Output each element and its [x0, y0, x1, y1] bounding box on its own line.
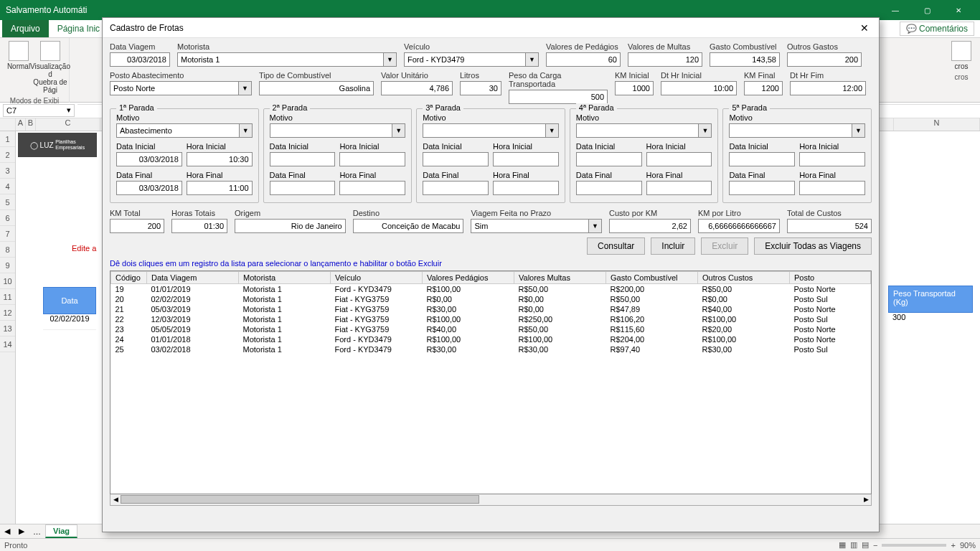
view-page-icon[interactable]: ▥: [850, 540, 857, 550]
parada-data-inicial[interactable]: [116, 152, 182, 166]
column-header[interactable]: Outros Custos: [698, 272, 790, 284]
parada-data-inicial[interactable]: [423, 152, 489, 166]
input-origem[interactable]: [235, 219, 346, 233]
ribbon-macros[interactable]: cros: [948, 41, 974, 70]
combo-motorista[interactable]: ▼: [177, 52, 397, 67]
table-row[interactable]: 2401/01/2018Motorista 1Ford - KYD3479R$1…: [111, 334, 871, 344]
column-header[interactable]: Posto: [790, 272, 871, 284]
zoom-slider[interactable]: [882, 544, 946, 547]
view-break-icon[interactable]: ▤: [862, 540, 869, 550]
chevron-down-icon[interactable]: ▼: [239, 81, 252, 95]
parada-hora-final[interactable]: [646, 181, 712, 195]
row-header[interactable]: 13: [0, 321, 15, 336]
scroll-thumb[interactable]: [121, 495, 479, 504]
parada-data-final[interactable]: [270, 181, 336, 195]
parada-hora-inicial[interactable]: [187, 152, 253, 166]
name-box[interactable]: C7▾: [3, 104, 75, 117]
combo-veiculo[interactable]: ▼: [404, 52, 539, 67]
parada-data-inicial[interactable]: [576, 152, 642, 166]
view-grid-icon[interactable]: ▦: [839, 540, 846, 550]
table-row[interactable]: 2305/05/2019Motorista 1Fiat - KYG3759R$4…: [111, 324, 871, 334]
input-destino[interactable]: [353, 219, 464, 233]
excluir-todas-button[interactable]: Excluir Todas as Viagens: [754, 237, 872, 255]
parada-hora-final[interactable]: [339, 181, 405, 195]
input-outros[interactable]: [787, 52, 862, 67]
chevron-down-icon[interactable]: ▼: [589, 219, 602, 233]
parada-hora-final[interactable]: [187, 181, 253, 195]
column-header[interactable]: Código: [111, 272, 147, 284]
window-close[interactable]: ✕: [943, 0, 974, 20]
tab-file[interactable]: Arquivo: [2, 20, 49, 37]
table-row[interactable]: 2503/02/2018Motorista 1Ford - KYD3479R$3…: [111, 344, 871, 354]
row-header[interactable]: 3: [0, 163, 15, 179]
zoom-value[interactable]: 90%: [960, 541, 976, 550]
input-valor-unitario[interactable]: [381, 81, 453, 95]
col-A[interactable]: A: [16, 118, 26, 131]
column-header[interactable]: Valores Multas: [514, 272, 606, 284]
window-minimize[interactable]: —: [880, 0, 911, 20]
input-km-inicial[interactable]: [615, 81, 654, 95]
close-icon[interactable]: ✕: [857, 22, 872, 34]
input-data-viagem[interactable]: [110, 52, 170, 67]
table-row[interactable]: 2002/02/2019Motorista 1Fiat - KYG3759R$0…: [111, 294, 871, 304]
row-header[interactable]: 7: [0, 226, 15, 242]
parada-data-final[interactable]: [576, 181, 642, 195]
parada-data-inicial[interactable]: [729, 152, 795, 166]
parada-data-final[interactable]: [729, 181, 795, 195]
incluir-button[interactable]: Incluir: [651, 237, 695, 255]
sheet-nav-more[interactable]: …: [29, 527, 45, 536]
input-multas[interactable]: [628, 52, 702, 67]
row-header[interactable]: 12: [0, 305, 15, 321]
zoom-out[interactable]: −: [873, 541, 877, 550]
row-header[interactable]: 2: [0, 147, 15, 163]
col-B[interactable]: B: [26, 118, 36, 131]
parada-motivo[interactable]: [729, 123, 852, 138]
input-tipo-combustivel[interactable]: [259, 81, 374, 95]
parada-hora-inicial[interactable]: [493, 152, 559, 166]
row-header[interactable]: 9: [0, 258, 15, 273]
consultar-button[interactable]: Consultar: [587, 237, 645, 255]
input-litros[interactable]: [460, 81, 501, 95]
column-header[interactable]: Data Viagem: [147, 272, 239, 284]
row-header[interactable]: 14: [0, 336, 15, 352]
input-km-final[interactable]: [744, 81, 783, 95]
row-header[interactable]: 4: [0, 179, 15, 194]
input-combustivel[interactable]: [710, 52, 780, 67]
sheet-nav-next[interactable]: ▶: [14, 527, 29, 536]
input-pedagios[interactable]: [546, 52, 621, 67]
parada-hora-final[interactable]: [493, 181, 559, 195]
parada-hora-final[interactable]: [799, 181, 865, 195]
row-header[interactable]: 5: [0, 194, 15, 210]
zoom-in[interactable]: +: [951, 541, 955, 550]
sheet-tab-active[interactable]: Viag: [45, 524, 77, 538]
chevron-down-icon[interactable]: ▼: [546, 123, 559, 138]
scroll-left-icon[interactable]: ◀: [110, 494, 121, 504]
chevron-down-icon[interactable]: ▼: [392, 123, 405, 138]
chevron-down-icon[interactable]: ▼: [526, 52, 539, 67]
sheet-nav-prev[interactable]: ◀: [0, 527, 14, 536]
input-dthr-inicial[interactable]: [661, 81, 737, 95]
parada-hora-inicial[interactable]: [799, 152, 865, 166]
row-header[interactable]: 1: [0, 131, 15, 147]
parada-data-final[interactable]: [116, 181, 182, 195]
row-header[interactable]: 10: [0, 273, 15, 289]
column-header[interactable]: Motorista: [239, 272, 331, 284]
col-N[interactable]: N: [894, 118, 980, 131]
table-row[interactable]: 1901/01/2019Motorista 1Ford - KYD3479R$1…: [111, 284, 871, 295]
scroll-right-icon[interactable]: ▶: [861, 494, 871, 504]
row-header[interactable]: 11: [0, 289, 15, 305]
ribbon-normal[interactable]: Normal: [6, 41, 32, 94]
chevron-down-icon[interactable]: ▼: [240, 123, 253, 138]
table-row[interactable]: 2212/03/2019Motorista 1Fiat - KYG3759R$1…: [111, 314, 871, 324]
parada-hora-inicial[interactable]: [646, 152, 712, 166]
parada-motivo[interactable]: [116, 123, 240, 138]
comments-button[interactable]: 💬 Comentários: [900, 22, 974, 36]
parada-motivo[interactable]: [270, 123, 393, 138]
ribbon-page-break[interactable]: Visualização d Quebra de Pági: [37, 41, 63, 94]
records-list[interactable]: CódigoData ViagemMotoristaVeículoValores…: [110, 270, 872, 494]
parada-data-final[interactable]: [423, 181, 489, 195]
window-maximize[interactable]: ▢: [911, 0, 943, 20]
combo-posto[interactable]: ▼: [110, 81, 252, 95]
parada-motivo[interactable]: [423, 123, 546, 138]
chevron-down-icon[interactable]: ▼: [699, 123, 712, 138]
